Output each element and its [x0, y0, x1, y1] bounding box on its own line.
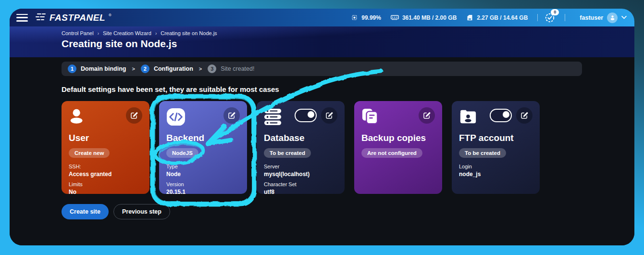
breadcrumb-separator: › [98, 31, 99, 36]
edit-database-button[interactable] [321, 107, 337, 124]
field-label: Type [166, 163, 240, 170]
fastpanel-logo-icon [35, 13, 46, 21]
step-number: 3 [208, 64, 216, 73]
breadcrumb-separator: › [155, 31, 157, 36]
card-title: Backup copies [361, 133, 435, 143]
app-window: FASTPANEL ® 99.99% 361.40 MB / 2.00 GB [10, 9, 634, 245]
field-server: Server mysql(localhost) [264, 163, 337, 178]
notifications-button[interactable]: 0 [545, 13, 555, 23]
hamburger-menu-icon[interactable] [16, 14, 28, 22]
wizard-stepper: 1 Domain binding > 2 Configuration > 3 S… [62, 62, 582, 76]
fastpanel-logo[interactable]: FASTPANEL ® [35, 13, 111, 23]
logo-registered-mark: ® [109, 13, 111, 17]
username-label: fastuser [580, 14, 603, 21]
step-configuration[interactable]: 2 Configuration [141, 64, 193, 73]
logo-text: FASTPANEL [50, 13, 105, 23]
database-toggle[interactable] [295, 109, 317, 122]
breadcrumb-current-page: Creating site on Node.js [161, 30, 217, 36]
disk-icon [466, 14, 473, 21]
cpu-usage-value: 99.99% [361, 14, 381, 21]
previous-step-button[interactable]: Previous step [113, 204, 170, 219]
settings-subtitle: Default settings have been set, they are… [62, 85, 582, 93]
field-value: Node [166, 170, 240, 178]
field-login: Login node_js [459, 163, 533, 178]
ram-usage-value: 361.40 MB / 2.00 GB [402, 14, 457, 21]
field-charset: Character Set utf8 [264, 181, 337, 196]
code-icon [166, 107, 186, 127]
topbar-divider [565, 14, 565, 21]
backup-card: Backup copies Are not configured [354, 101, 442, 194]
settings-cards: User Create new SSH: Access granted Limi… [62, 101, 582, 194]
user-icon [69, 107, 87, 127]
edit-icon [422, 111, 431, 120]
wizard-actions: Create site Previous step [62, 204, 582, 219]
field-label: SSH: [69, 163, 142, 170]
user-status-badge: Create new [69, 148, 110, 158]
edit-icon [130, 111, 138, 120]
card-title: User [69, 133, 142, 143]
cpu-usage-stat: 99.99% [351, 14, 381, 21]
notification-count-badge: 0 [551, 9, 559, 15]
step-separator: > [132, 66, 135, 72]
disk-usage-stat: 2.27 GB / 14.64 GB [466, 14, 528, 21]
ram-icon [391, 14, 399, 21]
field-type: Type Node [166, 163, 240, 178]
database-icon [264, 107, 282, 127]
breadcrumb: Control Panel › Site Creation Wizard › C… [62, 30, 634, 36]
edit-backup-button[interactable] [419, 107, 435, 124]
edit-ftp-button[interactable] [516, 107, 533, 124]
field-value: mysql(localhost) [264, 170, 337, 178]
user-menu[interactable]: fastuser [580, 13, 627, 23]
copy-icon [361, 107, 380, 127]
field-ssh: SSH: Access granted [69, 163, 142, 178]
step-label: Site created! [221, 65, 254, 72]
backup-status-badge: Are not configured [361, 148, 422, 158]
field-label: Limits [69, 181, 142, 188]
topbar: FASTPANEL ® 99.99% 361.40 MB / 2.00 GB [10, 9, 634, 26]
topbar-divider [537, 14, 538, 21]
page-title: Creating site on Node.js [62, 38, 634, 50]
step-separator: > [199, 66, 202, 72]
card-title: Backend [166, 133, 240, 143]
ftp-status-badge: To be created [459, 148, 506, 158]
edit-icon [520, 111, 529, 120]
disk-usage-value: 2.27 GB / 14.64 GB [477, 14, 528, 21]
database-status-badge: To be created [264, 148, 311, 158]
main-content: 1 Domain binding > 2 Configuration > 3 S… [10, 57, 634, 245]
person-icon [609, 14, 616, 21]
field-version: Version 20.15.1 [166, 181, 240, 196]
field-value: Access granted [69, 170, 142, 178]
field-limits: Limits No [69, 181, 142, 196]
backend-card: Backend NodeJS Type Node Version 20.15.1 [159, 101, 247, 194]
database-card: Database To be created Server mysql(loca… [257, 101, 345, 194]
edit-icon [325, 111, 334, 120]
field-value: 20.15.1 [166, 188, 240, 196]
nodejs-badge: NodeJS [166, 148, 198, 158]
edit-icon [227, 111, 236, 120]
edit-backend-button[interactable] [223, 107, 240, 124]
create-site-button[interactable]: Create site [62, 204, 109, 219]
field-label: Server [264, 163, 337, 170]
avatar [607, 13, 618, 23]
field-label: Character Set [264, 181, 337, 188]
breadcrumb-control-panel[interactable]: Control Panel [62, 30, 94, 36]
step-number: 1 [68, 64, 76, 73]
step-number: 2 [141, 64, 149, 73]
ftp-toggle[interactable] [490, 109, 512, 122]
field-label: Version [166, 181, 240, 188]
field-value: utf8 [264, 188, 337, 196]
step-domain-binding[interactable]: 1 Domain binding [68, 64, 126, 73]
field-value: node_js [459, 170, 533, 178]
cpu-icon [351, 14, 358, 21]
user-card: User Create new SSH: Access granted Limi… [62, 101, 149, 194]
page-header: Control Panel › Site Creation Wizard › C… [10, 26, 634, 57]
step-label: Configuration [154, 65, 193, 72]
field-value: No [69, 188, 142, 196]
chevron-down-icon [621, 16, 627, 19]
field-label: Login [459, 163, 533, 170]
ftp-card: FTP account To be created Login node_js [452, 101, 540, 194]
step-site-created: 3 Site created! [208, 64, 254, 73]
edit-user-button[interactable] [126, 107, 142, 124]
ram-usage-stat: 361.40 MB / 2.00 GB [391, 14, 457, 21]
breadcrumb-site-wizard[interactable]: Site Creation Wizard [103, 30, 151, 36]
